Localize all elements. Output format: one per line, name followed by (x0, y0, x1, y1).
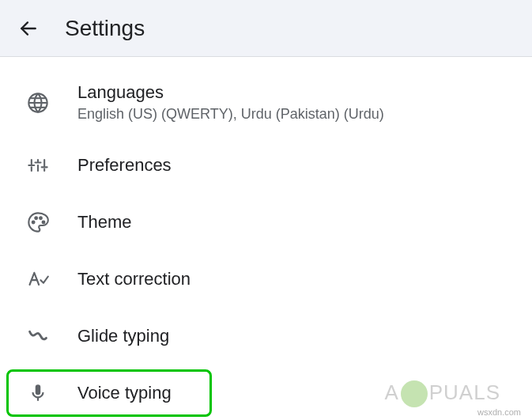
svg-point-16 (40, 218, 42, 220)
list-item-text-correction[interactable]: Text correction (0, 251, 532, 308)
page-title: Settings (65, 16, 145, 41)
list-item-label: Text correction (77, 269, 191, 289)
globe-icon (24, 89, 52, 117)
list-item-subtitle: English (US) (QWERTY), Urdu (Pakistan) (… (77, 106, 384, 123)
list-item-voice-typing[interactable]: Voice typing (0, 365, 532, 420)
list-item-label: Theme (77, 212, 131, 233)
back-button[interactable] (17, 17, 40, 40)
list-item-preferences[interactable]: Preferences (0, 137, 532, 194)
list-item-glide-typing[interactable]: Glide typing (0, 308, 532, 365)
svg-point-17 (43, 221, 45, 224)
text-correction-icon (24, 265, 52, 293)
list-item-label: Preferences (77, 155, 172, 176)
list-item-label: Voice typing (77, 383, 172, 403)
list-item-languages[interactable]: Languages English (US) (QWERTY), Urdu (P… (0, 68, 532, 137)
glide-icon (24, 322, 52, 350)
header: Settings (0, 0, 532, 57)
list-item-label: Languages (77, 82, 384, 103)
list-item-theme[interactable]: Theme (0, 194, 532, 251)
svg-point-14 (32, 221, 35, 224)
palette-icon (24, 208, 52, 236)
settings-list: Languages English (US) (QWERTY), Urdu (P… (0, 57, 532, 420)
mic-icon (24, 379, 52, 407)
arrow-back-icon (18, 18, 39, 39)
svg-point-15 (35, 218, 37, 220)
sliders-icon (24, 151, 52, 180)
list-item-label: Glide typing (77, 326, 169, 346)
